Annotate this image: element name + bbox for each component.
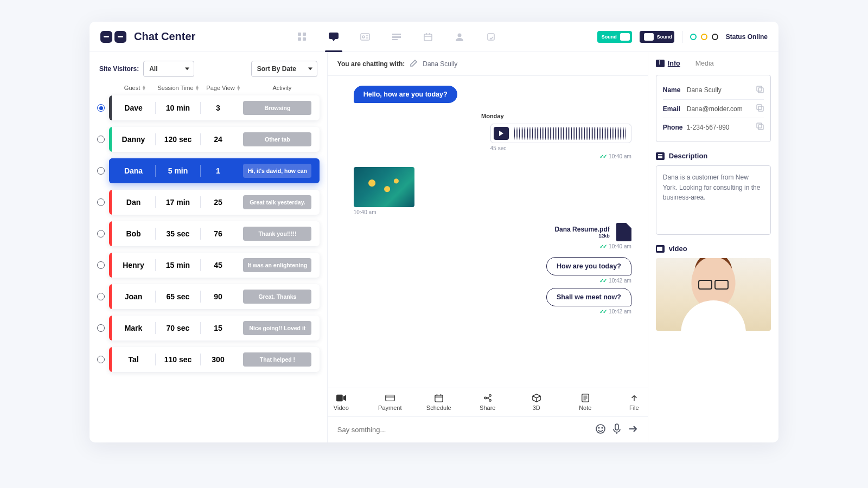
visitor-row[interactable]: Mark70 sec15Nice going!! Loved it <box>97 316 320 341</box>
visitor-card[interactable]: Henry15 min45It was an enlightening <box>109 253 320 278</box>
chat-action-bar: Video Payment Schedule Share 3D Note Fil… <box>328 388 648 416</box>
send-icon[interactable] <box>628 425 638 435</box>
status-dot-dark-icon[interactable] <box>712 34 718 40</box>
status-dots[interactable] <box>690 34 718 40</box>
status-dot-yellow-icon[interactable] <box>701 34 707 40</box>
visitor-card[interactable]: Mark70 sec15Nice going!! Loved it <box>109 316 320 341</box>
col-session[interactable]: Session Time▲▼ <box>155 85 202 91</box>
visitor-card[interactable]: Dana5 min1Hi, it's david, how can <box>109 158 320 183</box>
nav-dashboard-icon[interactable] <box>296 30 309 43</box>
visitor-row[interactable]: Dana5 min1Hi, it's david, how can <box>97 158 320 183</box>
call-button[interactable] <box>725 314 737 326</box>
info-icon <box>656 60 665 67</box>
nav-list-icon[interactable] <box>390 30 403 43</box>
visitor-row[interactable]: Tal110 sec300That helped ! <box>97 347 320 372</box>
image-message[interactable]: 10:40 am <box>354 167 414 215</box>
tab-info[interactable]: Info <box>656 60 680 67</box>
visitor-card[interactable]: Danny120 sec24Other tab <box>109 127 320 152</box>
visitor-pageviews: 15 <box>201 324 235 332</box>
action-file[interactable]: File <box>621 394 648 411</box>
image-thumb-icon[interactable] <box>354 167 414 207</box>
col-pageview[interactable]: Page View▲▼ <box>202 85 245 91</box>
visitor-radio[interactable] <box>97 198 105 206</box>
copy-icon[interactable] <box>756 86 764 95</box>
visitor-card[interactable]: Dan17 min25Great talk yesterday. <box>109 190 320 215</box>
copy-icon[interactable] <box>756 123 764 132</box>
message-composer <box>328 416 648 442</box>
svg-rect-14 <box>386 395 394 401</box>
file-size: 12kb <box>554 233 609 239</box>
file-message[interactable]: Dana Resume.pdf 12kb <box>554 223 631 241</box>
top-nav <box>195 30 597 43</box>
info-tabs: Info Media <box>656 60 771 67</box>
status-dot-green-icon[interactable] <box>690 34 697 40</box>
status-text: Status Online <box>726 33 768 41</box>
svg-rect-26 <box>758 106 763 111</box>
emoji-icon[interactable] <box>596 424 605 436</box>
sound-toggle-on[interactable]: Sound <box>597 31 632 43</box>
divider <box>682 31 682 43</box>
camera-button[interactable] <box>707 314 719 326</box>
visitor-row[interactable]: Bob35 sec76Thank you!!!!! <box>97 221 320 246</box>
file-name: Dana Resume.pdf <box>554 226 609 233</box>
mic-icon[interactable] <box>613 423 621 436</box>
message-stream[interactable]: Hello, how are you today? Monday 45 sec … <box>328 76 648 388</box>
copy-icon[interactable] <box>756 104 764 113</box>
sort-select[interactable]: Sort By Date <box>251 61 317 77</box>
action-video[interactable]: Video <box>328 394 355 411</box>
svg-point-22 <box>602 427 603 428</box>
nav-calendar-icon[interactable] <box>422 30 435 43</box>
audio-player[interactable] <box>490 124 631 143</box>
msg-meta: ✓✓10:42 am <box>599 309 631 314</box>
info-panel: Info Media Name Dana Scully Email Dana@m… <box>648 52 778 442</box>
svg-rect-28 <box>758 125 763 130</box>
visitor-row[interactable]: Henry15 min45It was an enlightening <box>97 253 320 278</box>
action-3d[interactable]: 3D <box>523 394 550 411</box>
video-preview[interactable]: ✕ <box>656 258 771 331</box>
visitor-pageviews: 90 <box>201 292 235 301</box>
hangup-button[interactable]: ✕ <box>690 314 702 326</box>
visitor-card[interactable]: Dave10 min3Browsing <box>109 95 320 120</box>
nav-chat-icon[interactable] <box>327 30 340 43</box>
visitor-radio[interactable] <box>97 230 105 237</box>
visitor-row[interactable]: Joan65 sec90Great. Thanks <box>97 284 320 309</box>
nav-profile-icon[interactable] <box>453 30 466 43</box>
video-header: video <box>656 245 771 253</box>
visitors-column-headers: Guest▲▼ Session Time▲▼ Page View▲▼ Activ… <box>97 85 320 95</box>
visitor-radio[interactable] <box>97 136 105 143</box>
filter-select[interactable]: All <box>143 61 194 77</box>
svg-rect-30 <box>710 318 714 323</box>
nav-notes-icon[interactable] <box>484 30 497 43</box>
visitor-radio[interactable] <box>97 324 105 332</box>
visitor-card[interactable]: Bob35 sec76Thank you!!!!! <box>109 221 320 246</box>
tab-media[interactable]: Media <box>695 60 714 67</box>
visitor-radio[interactable] <box>97 167 105 175</box>
visitor-radio[interactable] <box>97 293 105 300</box>
action-payment[interactable]: Payment <box>376 394 404 411</box>
action-schedule[interactable]: Schedule <box>425 394 452 411</box>
visitor-radio[interactable] <box>97 356 105 363</box>
sound-toggle-off[interactable]: Sound <box>640 31 674 43</box>
col-guest[interactable]: Guest▲▼ <box>116 85 155 91</box>
action-note[interactable]: Note <box>572 394 599 411</box>
visitor-radio[interactable] <box>97 104 105 112</box>
svg-point-11 <box>457 33 461 37</box>
edit-icon[interactable] <box>410 60 417 68</box>
nav-contacts-icon[interactable] <box>359 30 372 43</box>
visitor-row[interactable]: Dan17 min25Great talk yesterday. <box>97 190 320 215</box>
visitor-session: 70 sec <box>156 324 200 332</box>
field-name: Name Dana Scully <box>663 81 764 99</box>
visitor-pageviews: 300 <box>201 355 235 364</box>
action-share[interactable]: Share <box>474 394 501 411</box>
video-controls: ✕ <box>690 314 737 326</box>
visitor-row[interactable]: Dave10 min3Browsing <box>97 95 320 120</box>
visitor-session: 110 sec <box>156 355 200 364</box>
visitor-radio[interactable] <box>97 261 105 269</box>
visitor-card[interactable]: Joan65 sec90Great. Thanks <box>109 284 320 309</box>
composer-input[interactable] <box>337 426 588 434</box>
msg-meta: ✓✓10:40 am <box>599 153 631 159</box>
play-icon[interactable] <box>494 127 509 140</box>
visitor-card[interactable]: Tal110 sec300That helped ! <box>109 347 320 372</box>
visitor-row[interactable]: Danny120 sec24Other tab <box>97 127 320 152</box>
field-phone: Phone 1-234-567-890 <box>663 118 764 136</box>
